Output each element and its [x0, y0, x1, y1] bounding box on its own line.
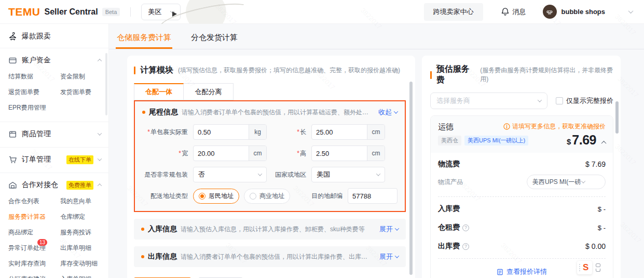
region-select[interactable]: 美区: [141, 4, 181, 20]
quote-list-scrollbar[interactable]: [615, 101, 619, 134]
sidebar-item-inbound-detail[interactable]: 入库单明细: [60, 275, 109, 278]
info-icon: [503, 123, 510, 130]
sidebar-item-fund-limit[interactable]: 资金限制: [60, 72, 104, 81]
s-logo-icon[interactable]: S: [583, 262, 588, 273]
dashed-divider: [438, 258, 606, 259]
length-label: 长: [273, 128, 306, 137]
widget-record-icon[interactable]: [596, 263, 600, 267]
expand-link[interactable]: 展开: [375, 224, 399, 234]
box-icon: [8, 130, 17, 139]
quote-card-header[interactable]: 运德 美西仓 美西UPS MI(一磅以上) 请填写更多信息，获取更准确报价: [431, 116, 613, 153]
chevron-down-icon: [538, 98, 542, 102]
sidebar-item-coop-warehouse-list[interactable]: 合作仓列表: [8, 197, 60, 206]
tail-info-section: 尾程信息 请输入消费者订单单个包裹的预估值，用以计算基础运费、额外处理费、偏远地…: [134, 100, 406, 212]
length-input[interactable]: [312, 125, 367, 139]
sidebar-item-provider-complaint[interactable]: 服务商投诉: [60, 228, 109, 237]
title-accent-bar: [134, 67, 135, 74]
logistics-product-select[interactable]: 美西UPS MI(一磅: [527, 175, 606, 189]
sidebar-item-return-label-fee[interactable]: 退货面单费: [8, 88, 60, 97]
country-label: 国家或地区: [273, 170, 306, 179]
sidebar-group-product-mgmt[interactable]: 商品管理: [0, 122, 108, 144]
complete-quote-checkbox-row[interactable]: 仅显示完整报价: [556, 96, 613, 105]
expand-chevron-icon[interactable]: [98, 156, 102, 161]
checkbox-icon[interactable]: [556, 97, 563, 104]
sidebar-item-my-intent-order[interactable]: 我的意向单: [60, 197, 109, 206]
sidebar-item-product-binding[interactable]: 商品绑定: [8, 228, 60, 237]
height-input[interactable]: [312, 146, 367, 161]
radio-off-icon: [250, 193, 256, 200]
sidebar-item-abnormal-orders[interactable]: 异常订单处理 13: [8, 244, 60, 253]
help-icon[interactable]: [462, 243, 469, 250]
username[interactable]: bubble shops: [561, 8, 606, 16]
drag-handle-icon[interactable]: [579, 264, 580, 271]
unconventional-label: 是否非常规包装: [142, 170, 188, 179]
business-radio[interactable]: 商业地址: [244, 189, 290, 204]
zipcode-input[interactable]: [348, 188, 398, 204]
seller-central-title: Seller Central: [45, 7, 98, 17]
sidebar-item-zone-inventory-advice[interactable]: 分区库存建议: [8, 275, 60, 278]
currency-symbol: $: [567, 137, 571, 146]
sidebar-group-label: 订单管理: [22, 155, 62, 164]
chevron-down-icon: [395, 254, 399, 258]
outbound-fee-value: $ 0.00: [585, 242, 606, 250]
tab-separated[interactable]: 仓配分离: [184, 83, 234, 100]
collapse-chevron-icon[interactable]: [98, 59, 102, 63]
sidebar-item-label: 爆款跟卖: [22, 32, 51, 41]
expand-chevron-icon[interactable]: [98, 131, 102, 135]
sidebar-item-shipping-label-fee[interactable]: 发货面单费: [60, 88, 104, 97]
radio-on-icon: [199, 193, 205, 200]
account-funds-submenu: 结算数据 资金限制 退货面单费 发货面单费 EPR费用管理: [0, 70, 108, 118]
sidebar-item-hot-sale[interactable]: 爆款跟卖: [0, 24, 108, 48]
weight-label: 单包裹实际重: [142, 128, 188, 136]
messages-button[interactable]: 消息: [501, 7, 526, 17]
width-label: 宽: [142, 149, 188, 157]
tab-split-shipping-calc[interactable]: 分仓发货计算: [190, 29, 239, 49]
inbound-fee-value: $ -: [598, 205, 606, 213]
collapse-chevron-icon[interactable]: [601, 141, 607, 146]
logistics-fee-value: $ 7.69: [585, 160, 606, 168]
module-tabs: 仓配一体 仓配分离: [134, 83, 406, 100]
estimate-subtitle: (服务费由服务商计费规则估算得出，并非最终费用): [480, 66, 613, 84]
account-chevron-down-icon[interactable]: [628, 8, 634, 14]
weight-unit: kg: [249, 125, 266, 139]
sidebar-group-order-mgmt[interactable]: 订单管理 在线下单: [0, 148, 108, 169]
sidebar-group-coop-warehouse[interactable]: 合作对接仓 免费推单: [0, 173, 108, 195]
residential-radio[interactable]: 居民地址: [193, 189, 239, 204]
sidebar-item-outbound-detail[interactable]: 出库单明细: [60, 244, 109, 253]
page-tabs: 仓储服务费计算 分仓发货计算: [109, 29, 644, 49]
collapse-chevron-icon[interactable]: [98, 183, 102, 188]
unconventional-select[interactable]: 否: [193, 167, 267, 182]
width-input[interactable]: [194, 146, 249, 161]
expand-link[interactable]: 展开: [375, 252, 399, 261]
avatar[interactable]: [543, 5, 557, 19]
screenshot-widget[interactable]: S: [577, 261, 600, 274]
estimated-fee-card: 预估服务费 (服务费由服务商计费规则估算得出，并非最终费用) 选择服务商 仅显示…: [422, 56, 621, 278]
cross-border-seller-center-button[interactable]: 跨境卖家中心: [424, 3, 483, 21]
collapse-link[interactable]: 收起: [374, 108, 398, 117]
sidebar-item-realtime-inventory[interactable]: 实时库存查询: [8, 259, 60, 268]
provider-select[interactable]: 选择服务商: [430, 92, 547, 109]
outbound-fee-label: 出库费: [438, 242, 460, 251]
widget-magnet-icon[interactable]: [596, 269, 600, 272]
sidebar-item-service-fee-calculator[interactable]: 服务费计算器: [8, 213, 60, 221]
country-select-value: 美国: [317, 170, 330, 179]
sidebar-scrollbar[interactable]: [105, 53, 107, 115]
sidebar-nav: 爆款跟卖 账户资金 结算数据 资金限制 退货面单费 发货面单费 EPR费用管理 …: [0, 24, 109, 278]
country-select[interactable]: 美国: [311, 167, 385, 182]
sidebar-group-label: 账户资金: [22, 56, 93, 65]
sidebar-item-settlement-data[interactable]: 结算数据: [8, 72, 60, 81]
view-quote-detail-label: 查看报价详情: [506, 267, 547, 276]
calc-card-scrollbar[interactable]: [409, 82, 413, 275]
temu-logo[interactable]: TEMU: [8, 6, 40, 18]
help-icon[interactable]: [462, 224, 469, 231]
weight-input[interactable]: [194, 125, 249, 139]
abnormal-count-badge: 13: [37, 239, 47, 246]
sidebar-item-warehouse-binding[interactable]: 仓库绑定: [60, 213, 109, 221]
sidebar-item-inventory-changes[interactable]: 库存变动明细: [60, 259, 109, 268]
tab-integrated[interactable]: 仓配一体: [134, 83, 184, 100]
sidebar-group-account-funds[interactable]: 账户资金: [0, 48, 108, 70]
header-divider: [130, 7, 131, 17]
rent-fee-label: 仓租费: [438, 223, 460, 232]
sidebar-item-epr-fee[interactable]: EPR费用管理: [8, 103, 60, 112]
tab-storage-fee-calc[interactable]: 仓储服务费计算: [116, 29, 172, 49]
